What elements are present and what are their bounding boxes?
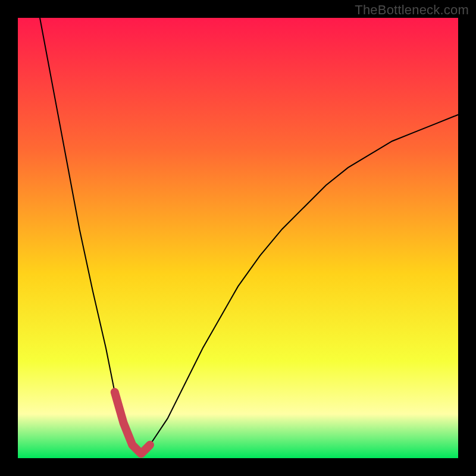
bottleneck-chart [18, 18, 458, 458]
watermark-text: TheBottleneck.com [355, 2, 469, 18]
gradient-background [18, 18, 458, 458]
